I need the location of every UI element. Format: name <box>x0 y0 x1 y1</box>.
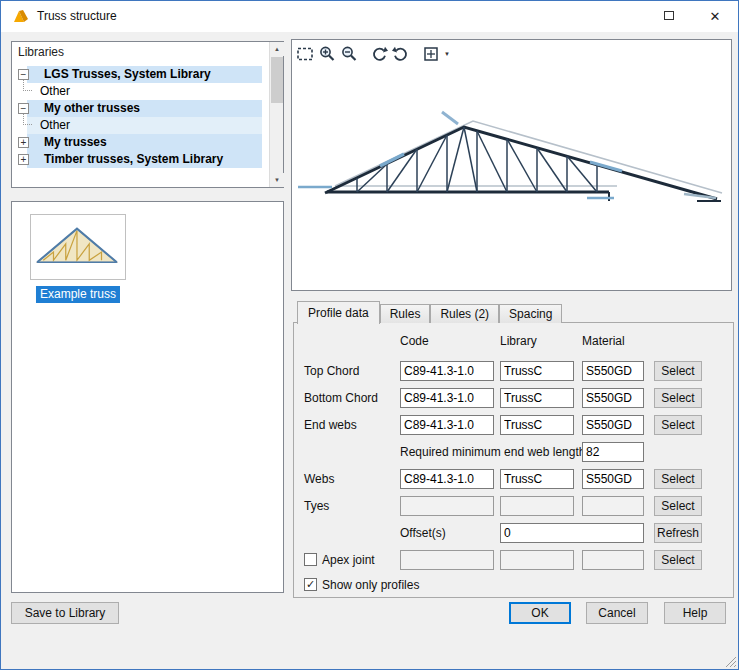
help-button[interactable]: Help <box>664 602 726 624</box>
column-header-material: Material <box>582 334 625 348</box>
tree-scrollbar[interactable]: ▲ ▼ <box>269 42 283 187</box>
rotate-left-icon[interactable] <box>368 43 390 65</box>
tyes-label: Tyes <box>304 499 329 513</box>
bottom-chord-material-input[interactable] <box>582 388 644 408</box>
end-webs-select-button[interactable]: Select <box>654 415 702 435</box>
title-bar: Truss structure ✕ <box>1 1 738 32</box>
ok-button[interactable]: OK <box>509 602 571 624</box>
viewport-toolbar: ▼ <box>294 42 450 66</box>
scroll-down-icon[interactable]: ▼ <box>270 173 284 187</box>
top-chord-code-input[interactable] <box>400 361 494 381</box>
tree-item-timber-trusses[interactable]: + Timber trusses, System Library <box>12 151 278 168</box>
truss-preview-viewport[interactable]: ▼ <box>291 39 732 291</box>
apex-library-input[interactable] <box>500 550 574 570</box>
expand-icon[interactable]: + <box>18 137 29 148</box>
tab-profile-data[interactable]: Profile data <box>297 301 380 324</box>
top-chord-select-button[interactable]: Select <box>654 361 702 381</box>
bottom-chord-code-input[interactable] <box>400 388 494 408</box>
end-webs-label: End webs <box>304 418 357 432</box>
top-chord-material-input[interactable] <box>582 361 644 381</box>
tree-item-label: My other trusses <box>44 100 140 117</box>
webs-library-input[interactable] <box>500 469 574 489</box>
tree-connector <box>23 79 32 91</box>
tyes-code-input[interactable] <box>400 496 494 516</box>
truss-thumbnail-image <box>31 215 125 279</box>
column-header-library: Library <box>500 334 537 348</box>
apex-joint-checkbox[interactable] <box>304 553 317 566</box>
apex-material-input[interactable] <box>582 550 644 570</box>
window-title: Truss structure <box>37 1 117 32</box>
tyes-material-input[interactable] <box>582 496 644 516</box>
bottom-chord-select-button[interactable]: Select <box>654 388 702 408</box>
end-webs-code-input[interactable] <box>400 415 494 435</box>
offset-input[interactable] <box>500 523 644 543</box>
save-to-library-button[interactable]: Save to Library <box>11 602 119 624</box>
close-icon: ✕ <box>710 9 721 24</box>
libraries-tree-panel: Libraries − LGS Trusses, System Library … <box>11 41 284 188</box>
tree-item-label: Other <box>40 83 70 100</box>
tree-item-lgs-trusses[interactable]: − LGS Trusses, System Library <box>12 66 278 83</box>
top-chord-library-input[interactable] <box>500 361 574 381</box>
truss-structure-dialog: Truss structure ✕ Libraries − LGS Trusse… <box>0 0 739 670</box>
bottom-chord-label: Bottom Chord <box>304 391 378 405</box>
top-chord-label: Top Chord <box>304 364 359 378</box>
tree-connector <box>23 113 32 125</box>
end-webs-library-input[interactable] <box>500 415 574 435</box>
dropdown-caret-icon[interactable]: ▼ <box>444 51 450 57</box>
webs-material-input[interactable] <box>582 469 644 489</box>
tree-item-other-2[interactable]: Other <box>12 117 278 134</box>
truss-thumbnail[interactable] <box>30 214 126 280</box>
window-maximize-button[interactable] <box>646 1 692 32</box>
tab-rules[interactable]: Rules <box>380 304 431 323</box>
tree-item-my-other-trusses[interactable]: − My other trusses <box>12 100 278 117</box>
maximize-icon <box>664 11 674 20</box>
tree-item-my-trusses[interactable]: + My trusses <box>12 134 278 151</box>
tyes-select-button[interactable]: Select <box>654 496 702 516</box>
tree-item-label: My trusses <box>44 134 107 151</box>
apex-code-input[interactable] <box>400 550 494 570</box>
scroll-up-icon[interactable]: ▲ <box>270 42 284 56</box>
window-close-button[interactable]: ✕ <box>692 1 738 32</box>
min-end-web-label: Required minimum end web length <box>400 445 585 459</box>
apex-select-button[interactable]: Select <box>654 550 702 570</box>
tree-item-other-1[interactable]: Other <box>12 83 278 100</box>
tyes-library-input[interactable] <box>500 496 574 516</box>
scrollbar-thumb[interactable] <box>271 57 283 103</box>
show-only-profiles-label: Show only profiles <box>322 578 419 592</box>
min-end-web-input[interactable] <box>582 442 644 462</box>
tab-strip: Profile data Rules Rules (2) Spacing <box>297 300 562 323</box>
offset-label: Offset(s) <box>400 526 446 540</box>
resize-grip[interactable] <box>723 654 736 667</box>
collapse-icon[interactable]: − <box>18 103 29 114</box>
cancel-button[interactable]: Cancel <box>586 602 648 624</box>
zoom-out-icon[interactable] <box>338 43 360 65</box>
app-icon <box>12 8 30 26</box>
refresh-button[interactable]: Refresh <box>654 523 702 543</box>
zoom-in-icon[interactable] <box>316 43 338 65</box>
tab-spacing[interactable]: Spacing <box>499 304 562 323</box>
collapse-icon[interactable]: − <box>18 69 29 80</box>
expand-icon[interactable]: + <box>18 154 29 165</box>
show-only-profiles-checkbox[interactable]: ✓ <box>304 578 317 591</box>
webs-code-input[interactable] <box>400 469 494 489</box>
zoom-window-icon[interactable] <box>294 43 316 65</box>
libraries-header: Libraries <box>18 45 64 59</box>
tree-item-label: Timber trusses, System Library <box>44 151 223 168</box>
truss-gallery-panel: Example truss <box>11 201 284 593</box>
webs-label: Webs <box>304 472 334 486</box>
apex-joint-label: Apex joint <box>322 553 375 567</box>
tree-item-label: Other <box>40 117 70 134</box>
tree-item-label: LGS Trusses, System Library <box>44 66 211 83</box>
tab-rules-2[interactable]: Rules (2) <box>430 304 499 323</box>
bottom-chord-library-input[interactable] <box>500 388 574 408</box>
fit-view-icon[interactable] <box>420 43 442 65</box>
webs-select-button[interactable]: Select <box>654 469 702 489</box>
profile-data-pane: Code Library Material Top Chord Select B… <box>293 322 734 598</box>
rotate-right-icon[interactable] <box>390 43 412 65</box>
selected-truss-label[interactable]: Example truss <box>36 286 120 303</box>
end-webs-material-input[interactable] <box>582 415 644 435</box>
column-header-code: Code <box>400 334 429 348</box>
truss-drawing <box>292 40 731 290</box>
